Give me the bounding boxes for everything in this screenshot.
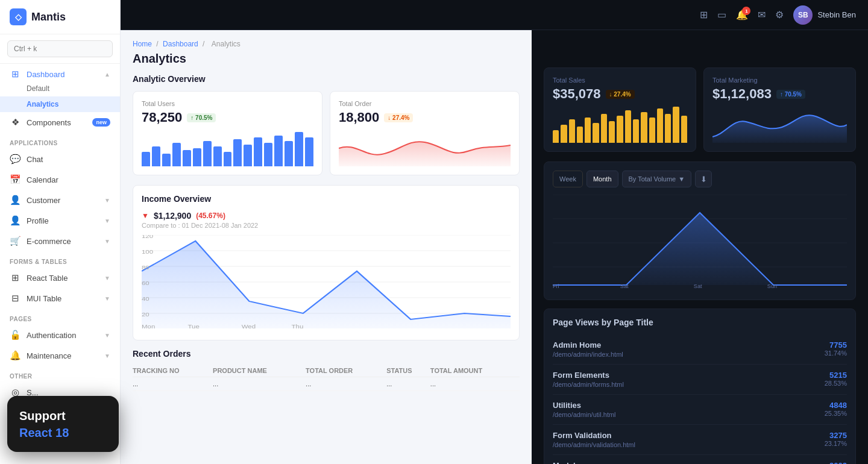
sidebar-item-components[interactable]: ❖ Components new	[0, 112, 120, 133]
sidebar-item-calendar[interactable]: 📅 Calendar	[0, 169, 120, 190]
page-views-card: Page Views by Page Title Admin Home /dem…	[544, 309, 856, 464]
income-card: Income Overview ▼ $1,12,900 (45.67%) Com…	[133, 185, 520, 340]
svg-text:40: 40	[142, 296, 149, 302]
svg-text:Mon: Mon	[142, 324, 156, 330]
pv-row-2: Form Elements /demo/admin/forms.html 521…	[553, 365, 847, 395]
section-forms: Forms & Tables	[0, 251, 120, 268]
bell-icon[interactable]: 🔔 1	[736, 9, 748, 20]
breadcrumb-current: Analytics	[212, 40, 241, 48]
orders-table: TRACKING NO PRODUCT NAME TOTAL ORDER STA…	[133, 365, 520, 391]
gear-icon[interactable]: ⚙	[775, 9, 784, 20]
chat-icon: 💬	[10, 154, 20, 165]
stat-cards-light: Total Users 78,250 ↑ 70.5%	[133, 91, 520, 175]
pv-count-5: 3003	[825, 461, 847, 464]
maintenance-icon: 🔔	[10, 350, 20, 361]
components-badge: new	[92, 118, 110, 127]
sidebar-item-analytics[interactable]: Analytics	[0, 96, 120, 112]
pv-pct-3: 25.35%	[825, 410, 847, 417]
auth-icon: 🔓	[10, 330, 20, 340]
chevron-down-icon-6: ▼	[104, 332, 110, 339]
svg-text:Sat: Sat	[620, 283, 629, 289]
sidebar: ◇ Mantis ⊞ Dashboard ▲ Default Analytics…	[0, 0, 121, 464]
stat-card-users: Total Users 78,250 ↑ 70.5%	[133, 91, 322, 175]
chart-month-btn[interactable]: Month	[587, 171, 618, 187]
pv-row-4: Form Validation /demo/admin/validation.h…	[553, 425, 847, 455]
dashboard-icon: ⊞	[10, 69, 20, 80]
chevron-down-icon: ▼	[104, 197, 110, 204]
sidebar-dashboard-label: Dashboard	[27, 70, 65, 79]
stat-badge-orders: ↓ 27.4%	[384, 113, 413, 122]
dark-stat-label-marketing: Total Marketing	[712, 77, 847, 84]
sidebar-components-label: Components	[27, 118, 71, 127]
pv-count-3: 4848	[825, 401, 847, 410]
sidebar-item-ecommerce[interactable]: 🛒 E-commerce ▼	[0, 231, 120, 251]
user-menu[interactable]: SB Stebin Ben	[793, 5, 856, 25]
col-product: PRODUCT NAME	[213, 365, 306, 377]
pv-pct-2: 28.53%	[825, 380, 847, 387]
pv-count-4: 3275	[825, 431, 847, 440]
sales-bar-chart	[553, 107, 687, 143]
stat-badge-users: ↑ 70.5%	[187, 113, 216, 122]
dark-stat-badge-marketing: ↑ 70.5%	[776, 90, 805, 99]
chevron-up-icon: ▲	[104, 71, 110, 78]
react-table-icon: ⊞	[10, 272, 20, 283]
dark-income-chart-area: Fri Sat Sat Sun	[553, 195, 847, 291]
dark-stat-card-marketing: Total Marketing $1,12,083 ↑ 70.5%	[703, 67, 856, 152]
chart-btn-group: Week Month By Total Volume ▼ ⬇	[553, 171, 712, 187]
col-status: STATUS	[386, 365, 430, 377]
page-views-list: Admin Home /demo/admin/index.html 7755 3…	[553, 334, 847, 464]
breadcrumb-home[interactable]: Home	[133, 40, 152, 48]
sidebar-search-container	[0, 34, 120, 64]
sidebar-item-dashboard[interactable]: ⊞ Dashboard ▲	[0, 64, 120, 81]
mail-icon[interactable]: ✉	[758, 9, 766, 20]
pv-row-5: Modals /demo/admin/modals.html 3003 22.2…	[553, 455, 847, 464]
chevron-down-icon-5: ▼	[104, 295, 110, 302]
sidebar-item-mui-table[interactable]: ⊟ MUI Table ▼	[0, 288, 120, 309]
income-value: $1,12,900	[154, 211, 191, 221]
svg-text:Wed: Wed	[242, 324, 256, 330]
income-compare: Compare to : 01 Dec 2021-08 Jan 2022	[142, 222, 511, 229]
dark-panel: Total Sales $35,078 ↓ 27.4%	[532, 30, 868, 464]
dark-stat-value-marketing: $1,12,083	[712, 86, 772, 102]
sidebar-item-react-table[interactable]: ⊞ React Table ▼	[0, 268, 120, 288]
page-title: Analytics	[133, 52, 520, 66]
topbar: ⊞ ▭ 🔔 1 ✉ ⚙ SB Stebin Ben	[121, 0, 868, 30]
calendar-icon: 📅	[10, 174, 20, 185]
sidebar-item-maintenance[interactable]: 🔔 Maintenance ▼	[0, 345, 120, 366]
svg-text:120: 120	[142, 235, 153, 239]
pv-title-2: Form Elements	[553, 371, 624, 380]
card-icon[interactable]: ▭	[717, 9, 726, 20]
table-row: ...............	[133, 377, 520, 391]
pv-title-1: Admin Home	[553, 340, 623, 350]
chart-week-btn[interactable]: Week	[553, 171, 583, 187]
income-chart: 120 100 80 60 40 20 Mon Tue Wed Thu	[142, 235, 511, 331]
download-btn[interactable]: ⬇	[695, 171, 712, 187]
svg-text:100: 100	[142, 249, 153, 255]
sidebar-item-chat[interactable]: 💬 Chat	[0, 149, 120, 169]
dark-stat-card-sales: Total Sales $35,078 ↓ 27.4%	[544, 67, 696, 152]
income-pct: (45.67%)	[196, 212, 225, 220]
svg-text:Sun: Sun	[767, 283, 777, 289]
sidebar-item-customer[interactable]: 👤 Customer ▼	[0, 190, 120, 210]
col-total-order: TOTAL ORDER	[306, 365, 386, 377]
react-popup[interactable]: Support React 18	[7, 396, 119, 452]
stat-value-users: 78,250	[142, 110, 182, 125]
grid-icon[interactable]: ⊞	[700, 9, 708, 20]
breadcrumb-dashboard[interactable]: Dashboard	[163, 40, 198, 48]
customer-icon: 👤	[10, 195, 20, 205]
sidebar-item-profile[interactable]: 👤 Profile ▼	[0, 210, 120, 231]
svg-text:80: 80	[142, 265, 149, 271]
search-input[interactable]	[7, 40, 113, 57]
pv-row-3: Utilities /demo/admin/util.html 4848 25.…	[553, 395, 847, 425]
pv-title-3: Utilities	[553, 401, 616, 410]
popup-line1: Support	[19, 408, 107, 424]
sidebar-logo[interactable]: ◇ Mantis	[0, 0, 120, 34]
recent-orders-title: Recent Orders	[133, 349, 520, 359]
analytic-overview-title: Analytic Overview	[133, 74, 520, 84]
sidebar-item-auth[interactable]: 🔓 Authentication ▼	[0, 325, 120, 345]
chart-volume-select[interactable]: By Total Volume ▼	[622, 171, 692, 187]
ecommerce-icon: 🛒	[10, 236, 20, 246]
sidebar-item-default[interactable]: Default	[0, 81, 120, 96]
pv-title-4: Form Validation	[553, 431, 635, 440]
section-applications: Applications	[0, 133, 120, 149]
